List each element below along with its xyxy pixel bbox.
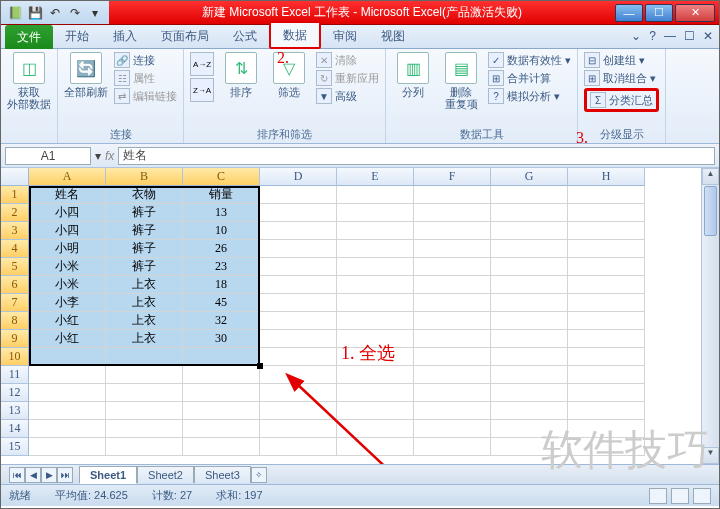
cell[interactable]: 13 — [183, 204, 260, 222]
cell[interactable] — [337, 258, 414, 276]
cell[interactable] — [260, 420, 337, 438]
cell[interactable] — [568, 294, 645, 312]
cell[interactable] — [260, 330, 337, 348]
cell[interactable] — [491, 402, 568, 420]
mdi-close-icon[interactable]: ✕ — [703, 29, 713, 43]
sort-button[interactable]: ⇅ 排序 — [220, 52, 262, 98]
cell[interactable] — [491, 276, 568, 294]
cell[interactable] — [29, 384, 106, 402]
consolidate-button[interactable]: ⊞合并计算 — [488, 70, 571, 86]
col-header[interactable]: C — [183, 168, 260, 186]
create-group-button[interactable]: ⊟创建组 ▾ — [584, 52, 659, 68]
cell[interactable] — [568, 204, 645, 222]
row-header[interactable]: 10 — [1, 348, 29, 366]
cell[interactable] — [414, 438, 491, 456]
cell[interactable] — [183, 420, 260, 438]
cell[interactable] — [491, 384, 568, 402]
row-header[interactable]: 13 — [1, 402, 29, 420]
whatif-button[interactable]: ?模拟分析 ▾ — [488, 88, 571, 104]
cell[interactable] — [183, 348, 260, 366]
mdi-restore-icon[interactable]: ☐ — [684, 29, 695, 43]
cell[interactable] — [260, 312, 337, 330]
cell[interactable] — [337, 366, 414, 384]
properties-button[interactable]: ☷属性 — [114, 70, 177, 86]
tab-insert[interactable]: 插入 — [101, 24, 149, 48]
clear-filter-button[interactable]: ✕清除 — [316, 52, 379, 68]
cell[interactable] — [414, 312, 491, 330]
cell[interactable] — [568, 348, 645, 366]
cell[interactable]: 小四 — [29, 222, 106, 240]
advanced-filter-button[interactable]: ▼高级 — [316, 88, 379, 104]
connections-button[interactable]: 🔗连接 — [114, 52, 177, 68]
sort-az-button[interactable]: A→Z — [190, 52, 214, 76]
cell[interactable] — [260, 258, 337, 276]
tab-formula[interactable]: 公式 — [221, 24, 269, 48]
cell[interactable] — [491, 348, 568, 366]
cell[interactable] — [568, 186, 645, 204]
cell[interactable] — [260, 240, 337, 258]
tab-home[interactable]: 开始 — [53, 24, 101, 48]
ribbon-minimize-icon[interactable]: ⌄ — [631, 29, 641, 43]
cell[interactable] — [260, 276, 337, 294]
cell[interactable]: 小红 — [29, 330, 106, 348]
save-icon[interactable]: 💾 — [27, 5, 43, 21]
view-normal-button[interactable] — [649, 488, 667, 504]
row-header[interactable]: 14 — [1, 420, 29, 438]
cell[interactable] — [491, 222, 568, 240]
cell[interactable]: 上衣 — [106, 312, 183, 330]
cell[interactable]: 裤子 — [106, 240, 183, 258]
remove-duplicates-button[interactable]: ▤ 删除 重复项 — [440, 52, 482, 110]
cell[interactable]: 裤子 — [106, 222, 183, 240]
tab-data[interactable]: 数据 — [269, 21, 321, 49]
cell[interactable] — [491, 366, 568, 384]
cell[interactable] — [183, 366, 260, 384]
cell[interactable] — [414, 402, 491, 420]
col-header[interactable]: D — [260, 168, 337, 186]
cell[interactable]: 上衣 — [106, 330, 183, 348]
cell[interactable] — [568, 240, 645, 258]
cell[interactable] — [106, 402, 183, 420]
cell[interactable]: 小李 — [29, 294, 106, 312]
col-header[interactable]: F — [414, 168, 491, 186]
row-header[interactable]: 2 — [1, 204, 29, 222]
cell[interactable] — [414, 348, 491, 366]
redo-icon[interactable]: ↷ — [67, 5, 83, 21]
cell[interactable] — [491, 312, 568, 330]
worksheet-area[interactable]: ABCDEFGH1姓名衣物销量2小四裤子133小四裤子104小明裤子265小米裤… — [1, 168, 719, 464]
sheet-tab-1[interactable]: Sheet1 — [79, 466, 137, 484]
cell[interactable] — [260, 294, 337, 312]
cell[interactable] — [491, 294, 568, 312]
cell[interactable] — [414, 240, 491, 258]
cell[interactable] — [183, 438, 260, 456]
cell[interactable] — [29, 348, 106, 366]
col-header[interactable]: G — [491, 168, 568, 186]
cell[interactable] — [414, 258, 491, 276]
cell[interactable] — [260, 348, 337, 366]
namebox-dropdown-icon[interactable]: ▾ — [95, 149, 101, 163]
cell[interactable] — [106, 438, 183, 456]
qat-more-icon[interactable]: ▾ — [87, 5, 103, 21]
formula-input[interactable]: 姓名 — [118, 147, 715, 165]
new-sheet-button[interactable]: ✧ — [251, 467, 267, 483]
row-header[interactable]: 11 — [1, 366, 29, 384]
select-all-corner[interactable] — [1, 168, 29, 186]
cell[interactable]: 小红 — [29, 312, 106, 330]
cell[interactable] — [260, 402, 337, 420]
cell[interactable] — [337, 240, 414, 258]
filter-button[interactable]: ▽ 筛选 — [268, 52, 310, 98]
cell[interactable] — [183, 402, 260, 420]
sheet-tab-3[interactable]: Sheet3 — [194, 466, 251, 483]
cell[interactable] — [337, 312, 414, 330]
text-to-columns-button[interactable]: ▥ 分列 — [392, 52, 434, 98]
row-header[interactable]: 6 — [1, 276, 29, 294]
cell[interactable] — [337, 402, 414, 420]
cell[interactable]: 26 — [183, 240, 260, 258]
cell[interactable] — [337, 276, 414, 294]
reapply-button[interactable]: ↻重新应用 — [316, 70, 379, 86]
tab-view[interactable]: 视图 — [369, 24, 417, 48]
row-header[interactable]: 9 — [1, 330, 29, 348]
cell[interactable]: 上衣 — [106, 294, 183, 312]
cell[interactable] — [414, 186, 491, 204]
cell[interactable] — [260, 222, 337, 240]
close-button[interactable]: ✕ — [675, 4, 715, 22]
